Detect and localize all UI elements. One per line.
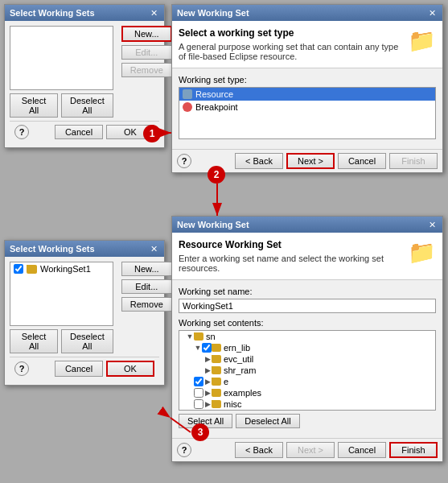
resource-icon xyxy=(183,89,192,99)
nws-bottom-next[interactable]: Next > xyxy=(286,442,335,458)
nws-top-help[interactable]: ? xyxy=(177,154,191,168)
tree-item-ern-lib[interactable]: ▼ ern_lib xyxy=(179,342,435,353)
e-checkbox[interactable] xyxy=(194,377,203,386)
sws-top-confirm-buttons: Cancel OK xyxy=(55,125,154,139)
nws-bottom-body: Working set name: Working set contents: … xyxy=(172,280,442,435)
ernlib-toggle[interactable]: ▼ xyxy=(194,344,202,352)
ws-type-breakpoint[interactable]: Breakpoint xyxy=(179,101,435,114)
tree-item-misc[interactable]: ▶ misc xyxy=(179,398,435,410)
folder-large-icon-bottom: 📁 xyxy=(408,239,436,266)
folder-icon-examples xyxy=(212,389,221,397)
evcutil-toggle[interactable]: ▶ xyxy=(203,355,212,363)
nws-bottom-nav-buttons: < Back Next > Cancel Finish xyxy=(235,442,438,458)
sws-bottom-close[interactable]: ✕ xyxy=(149,244,159,254)
nws-bottom-cancel[interactable]: Cancel xyxy=(338,442,386,458)
breakpoint-icon xyxy=(183,102,192,112)
shrram-toggle[interactable]: ▶ xyxy=(203,366,212,374)
nws-top-cancel[interactable]: Cancel xyxy=(338,153,386,169)
sws-bottom-ok[interactable]: OK xyxy=(106,361,154,377)
nws-bottom-name-input[interactable] xyxy=(179,299,436,313)
sws-bottom-cancel[interactable]: Cancel xyxy=(55,361,103,377)
sws-bottom-list-area: WorkingSet1 Select All Deselect All xyxy=(10,262,113,353)
tree-item-sn[interactable]: ▼ sn xyxy=(179,331,435,342)
ernlib-label: ern_lib xyxy=(212,343,250,353)
shrram-label: shr_ram xyxy=(212,365,256,375)
ernlib-checkbox[interactable] xyxy=(202,343,212,353)
nws-top-next[interactable]: Next > xyxy=(286,153,335,169)
nws-bottom-header-title: Resource Working Set xyxy=(179,239,401,250)
annotation-2: 2 xyxy=(208,166,225,184)
misc-toggle[interactable]: ▶ xyxy=(203,400,212,408)
circle-1: 1 xyxy=(143,125,161,142)
nws-bottom-header: Resource Working Set Enter a working set… xyxy=(172,233,442,280)
sws-top-help[interactable]: ? xyxy=(14,125,29,139)
folder-icon-sn xyxy=(194,332,203,341)
e-label: e xyxy=(212,377,228,386)
sws-top-action-buttons: New... Edit... Remove xyxy=(121,26,172,118)
sws-bottom-deselect-all[interactable]: Deselect All xyxy=(61,329,113,353)
nws-top-type-list[interactable]: Resource Breakpoint xyxy=(179,87,436,139)
nws-bottom-bottom-bar: ? < Back Next > Cancel Finish xyxy=(172,438,442,461)
nws-bottom-finish[interactable]: Finish xyxy=(389,442,438,458)
nws-bottom-header-desc: Enter a working set name and select the … xyxy=(179,254,401,273)
sws-top-edit-button[interactable]: Edit... xyxy=(121,45,172,60)
circle-2: 2 xyxy=(208,166,225,184)
sws-top-select-all[interactable]: Select All xyxy=(10,93,58,118)
tree-item-shr-ram[interactable]: ▶ shr_ram xyxy=(179,365,435,376)
nws-bottom-deselect-all[interactable]: Deselect All xyxy=(236,414,299,428)
sws-bottom-layout: WorkingSet1 Select All Deselect All New.… xyxy=(10,262,159,353)
sws-top-listbox xyxy=(10,26,113,90)
sws-top-cancel[interactable]: Cancel xyxy=(55,125,103,139)
sws-bottom-action-buttons: New... Edit... Remove xyxy=(121,262,172,353)
sws-bottom-item-workingset1[interactable]: WorkingSet1 xyxy=(10,262,113,275)
folder-icon-small xyxy=(27,265,37,274)
nws-top-header: Select a working set type A general purp… xyxy=(172,21,442,68)
nws-bottom-header-text: Resource Working Set Enter a working set… xyxy=(179,239,401,273)
tree-item-e[interactable]: ▶ e xyxy=(179,376,435,387)
evcutil-label: evc_util xyxy=(212,354,253,364)
sws-top-bottom-bar: ? Cancel OK xyxy=(10,121,159,142)
nws-bottom-help[interactable]: ? xyxy=(177,443,191,457)
sws-top-deselect-all[interactable]: Deselect All xyxy=(61,93,113,118)
sws-top-layout: Select All Deselect All New... Edit... R… xyxy=(10,26,159,118)
folder-icon-misc xyxy=(212,400,221,408)
examples-toggle[interactable]: ▶ xyxy=(203,389,212,397)
nws-bottom-tree[interactable]: ▼ sn ▼ ern_lib ▶ evc_ xyxy=(179,330,436,411)
examples-checkbox[interactable] xyxy=(194,388,203,398)
tree-item-evc-util[interactable]: ▶ evc_util xyxy=(179,353,435,365)
nws-top-title: New Working Set xyxy=(177,8,249,18)
sws-bottom-edit-button[interactable]: Edit... xyxy=(121,279,172,294)
sws-bottom-select-all[interactable]: Select All xyxy=(10,329,58,353)
select-working-sets-top: Select Working Sets ✕ Select All Deselec… xyxy=(4,4,165,148)
sws-bottom-title: Select Working Sets xyxy=(10,244,95,254)
nws-top-header-text: Select a working set type A general purp… xyxy=(179,27,401,61)
new-working-set-top: New Working Set ✕ Select a working set t… xyxy=(171,4,443,173)
sws-top-remove-button[interactable]: Remove xyxy=(121,63,172,77)
nws-bottom-back[interactable]: < Back xyxy=(235,442,283,458)
nws-top-type-label: Working set type: xyxy=(179,75,436,85)
misc-label: misc xyxy=(212,399,242,409)
folder-icon-ernlib xyxy=(212,344,221,352)
workingset1-checkbox[interactable] xyxy=(14,264,23,274)
sws-top-new-button[interactable]: New... xyxy=(121,26,172,42)
nws-bottom-title: New Working Set xyxy=(177,220,249,229)
sws-bottom-remove-button[interactable]: Remove xyxy=(121,297,172,312)
folder-icon-e xyxy=(212,378,221,386)
sn-toggle[interactable]: ▼ xyxy=(186,332,194,341)
misc-checkbox[interactable] xyxy=(194,399,203,409)
folder-icon-shrram xyxy=(212,366,221,374)
e-toggle[interactable]: ▶ xyxy=(203,378,212,386)
ws-type-resource-label: Resource xyxy=(195,89,233,99)
ws-type-breakpoint-label: Breakpoint xyxy=(195,102,238,112)
tree-item-examples[interactable]: ▶ examples xyxy=(179,387,435,398)
nws-top-close[interactable]: ✕ xyxy=(427,8,438,19)
nws-bottom-titlebar: New Working Set ✕ xyxy=(172,217,442,233)
nws-bottom-close[interactable]: ✕ xyxy=(427,220,438,230)
ws-type-resource[interactable]: Resource xyxy=(179,88,435,101)
sws-bottom-help[interactable]: ? xyxy=(14,361,29,376)
sws-bottom-new-button[interactable]: New... xyxy=(121,262,172,276)
annotation-1: 1 xyxy=(143,125,161,142)
nws-top-finish[interactable]: Finish xyxy=(389,153,438,169)
sws-top-close[interactable]: ✕ xyxy=(149,8,159,19)
nws-top-back[interactable]: < Back xyxy=(235,153,283,169)
